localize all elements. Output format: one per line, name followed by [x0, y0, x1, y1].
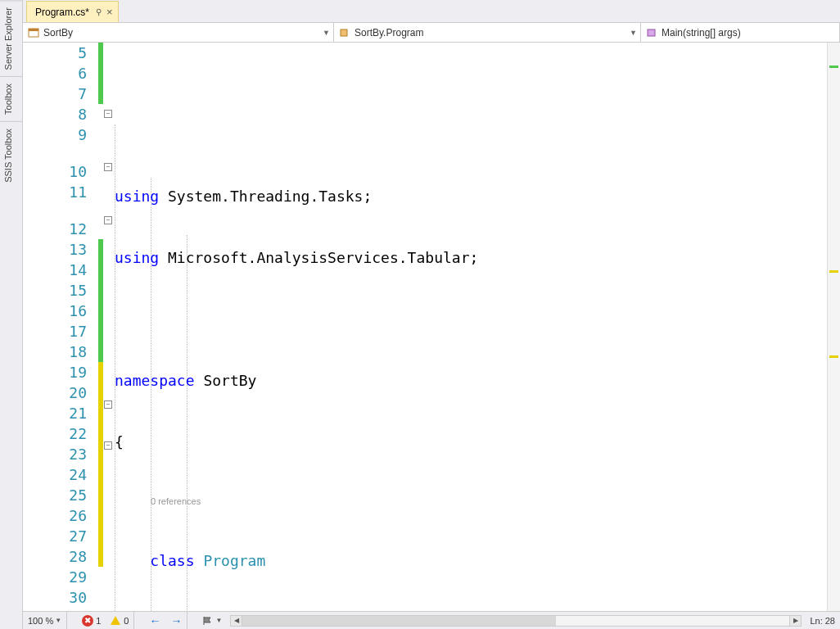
left-tool-strip: Server Explorer Toolbox SSIS Toolbox [0, 0, 23, 629]
svg-rect-3 [648, 29, 655, 36]
scroll-right-icon[interactable]: ▶ [789, 616, 801, 626]
line-number-gutter: 5 6 7 8 9 10 11 12 13 14 15 16 17 18 19 … [23, 43, 98, 611]
chevron-down-icon: ▼ [323, 29, 330, 37]
close-icon[interactable]: × [106, 6, 113, 18]
nav-forward-button[interactable]: → [165, 612, 187, 629]
nav-project-dropdown[interactable]: SortBy ▼ [23, 23, 334, 42]
fold-toggle[interactable] [104, 400, 112, 409]
pin-icon[interactable]: ⚲ [96, 7, 102, 16]
code-area[interactable]: using System.Threading.Tasks; using Micr… [115, 43, 840, 611]
nav-back-button[interactable]: ← [144, 612, 165, 629]
horizontal-scrollbar[interactable]: ◀ ▶ [230, 615, 802, 627]
status-bar: 100 %▼ ✖1 0 ← → ▼ ◀ ▶ Ln: 28 [23, 611, 840, 629]
method-icon [646, 28, 657, 38]
svg-rect-1 [29, 29, 38, 31]
project-icon [28, 28, 39, 38]
tracking-dropdown[interactable]: ▼ [197, 612, 227, 629]
warning-count[interactable]: 0 [106, 612, 133, 629]
flag-icon [202, 616, 214, 626]
fold-toggle[interactable] [104, 441, 112, 450]
ssis-toolbox-tab[interactable]: SSIS Toolbox [0, 121, 22, 189]
server-explorer-tab[interactable]: Server Explorer [0, 0, 22, 76]
zoom-dropdown[interactable]: 100 %▼ [23, 612, 66, 629]
chevron-down-icon: ▼ [630, 29, 637, 37]
error-icon: ✖ [82, 615, 93, 627]
class-icon [339, 28, 350, 38]
warning-icon [111, 616, 120, 625]
nav-project-label: SortBy [43, 27, 73, 38]
vertical-scrollbar[interactable] [827, 43, 840, 611]
navigation-bar: SortBy ▼ SortBy.Program ▼ Main(string[] … [23, 23, 840, 43]
svg-rect-2 [341, 29, 347, 36]
fold-column [103, 43, 115, 611]
codelens-refs[interactable]: 0 references [151, 493, 201, 514]
file-tab-program[interactable]: Program.cs* ⚲ × [26, 1, 119, 22]
file-tab-label: Program.cs* [35, 7, 89, 18]
toolbox-tab[interactable]: Toolbox [0, 76, 22, 121]
scroll-left-icon[interactable]: ◀ [231, 616, 242, 626]
fold-toggle[interactable] [104, 216, 112, 224]
fold-toggle[interactable] [104, 163, 112, 171]
nav-class-dropdown[interactable]: SortBy.Program ▼ [334, 23, 641, 42]
cursor-position: Ln: 28 [805, 612, 840, 629]
nav-member-label: Main(string[] args) [662, 27, 741, 38]
document-tab-bar: Program.cs* ⚲ × [23, 0, 840, 23]
fold-toggle[interactable] [104, 110, 112, 118]
error-count[interactable]: ✖1 [77, 612, 106, 629]
nav-member-dropdown[interactable]: Main(string[] args) [641, 23, 840, 42]
nav-class-label: SortBy.Program [355, 27, 423, 38]
code-editor[interactable]: 5 6 7 8 9 10 11 12 13 14 15 16 17 18 19 … [23, 43, 840, 611]
